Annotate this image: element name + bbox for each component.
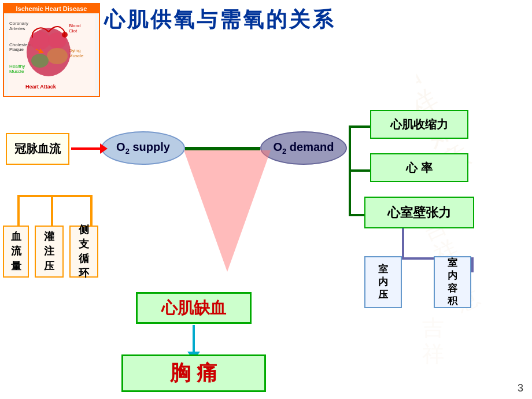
supply-demand-line bbox=[185, 147, 260, 150]
svg-text:Heart Attack: Heart Attack bbox=[25, 84, 57, 90]
left-brace-mv bbox=[51, 195, 53, 227]
svg-text:Healthy: Healthy bbox=[9, 64, 25, 69]
supply-label: O2 supply bbox=[116, 141, 170, 156]
brace-mid bbox=[349, 169, 371, 172]
left-brace-rv bbox=[90, 195, 93, 227]
image-box-title: Ischemic Heart Disease bbox=[4, 4, 99, 13]
zhangli-label: 心室壁张力 bbox=[387, 204, 451, 221]
heart-diagram: Coronary Arteries Cholesterol Plaque Hea… bbox=[8, 14, 95, 95]
box-neizhang: 室内压 bbox=[364, 256, 402, 308]
box-guanmai: 冠脉血流 bbox=[6, 133, 69, 165]
xinlv-label: 心 率 bbox=[406, 160, 433, 176]
ischemic-heart-image-box: Ischemic Heart Disease Coronary Arteries… bbox=[3, 3, 100, 97]
guanzhu-label: 灌注压 bbox=[44, 230, 54, 274]
sub-brace-vert bbox=[402, 228, 404, 258]
box-guanzhu: 灌注压 bbox=[35, 226, 64, 278]
brace-top bbox=[349, 125, 371, 128]
svg-point-15 bbox=[31, 54, 49, 68]
box-xueliuliang: 血流量 bbox=[3, 226, 29, 278]
box-shousuoli: 心肌收缩力 bbox=[370, 110, 468, 139]
box-xiongtong: 胸 痛 bbox=[121, 354, 266, 392]
box-cexun: 侧支循环 bbox=[69, 226, 98, 278]
main-title-area: 心肌供氧与需氧的关系 bbox=[104, 6, 335, 34]
shousuoli-label: 心肌收缩力 bbox=[390, 117, 448, 132]
sub-brace-rv bbox=[471, 257, 474, 272]
svg-text:Muscle: Muscle bbox=[69, 53, 84, 58]
svg-text:吉: 吉 bbox=[416, 56, 427, 97]
svg-text:Muscle: Muscle bbox=[9, 69, 24, 74]
svg-text:Plaque: Plaque bbox=[9, 47, 24, 52]
xiongtong-label: 胸 痛 bbox=[170, 359, 217, 387]
quexue-label: 心肌缺血 bbox=[161, 297, 226, 319]
arrow-down bbox=[193, 325, 195, 353]
svg-text:Blood: Blood bbox=[69, 23, 80, 28]
left-brace-lv bbox=[17, 195, 20, 227]
neizhang-label: 室内压 bbox=[378, 263, 388, 301]
diagram-area: 冠脉血流 O2 supply O2 demand 心肌缺血 胸 痛 心肌收缩力 … bbox=[0, 101, 532, 390]
main-title: 心肌供氧与需氧的关系 bbox=[104, 6, 335, 34]
brace-vert bbox=[349, 125, 351, 216]
box-quexue: 心肌缺血 bbox=[136, 292, 252, 324]
left-brace-h bbox=[17, 195, 93, 197]
box-neirong: 室内容积 bbox=[434, 256, 471, 308]
page-number: 3 bbox=[518, 382, 523, 394]
svg-text:Arteries: Arteries bbox=[9, 26, 25, 31]
svg-text:Clot: Clot bbox=[69, 28, 77, 34]
cone-triangle bbox=[184, 150, 271, 272]
box-xinlv: 心 率 bbox=[370, 153, 468, 182]
svg-text:Dying: Dying bbox=[69, 48, 80, 53]
xueliuliang-label: 血流量 bbox=[11, 230, 21, 274]
demand-label: O2 demand bbox=[273, 141, 334, 156]
guanmai-label: 冠脉血流 bbox=[14, 141, 61, 157]
o2-supply-ellipse: O2 supply bbox=[101, 131, 185, 165]
arrow-to-supply bbox=[71, 147, 101, 150]
cexun-label: 侧支循环 bbox=[79, 223, 89, 281]
neirong-label: 室内容积 bbox=[448, 257, 457, 308]
o2-demand-ellipse: O2 demand bbox=[260, 131, 347, 165]
svg-text:Coronary: Coronary bbox=[9, 21, 28, 26]
box-zhangli: 心室壁张力 bbox=[364, 197, 474, 228]
svg-point-16 bbox=[62, 32, 68, 38]
svg-point-14 bbox=[47, 48, 68, 64]
